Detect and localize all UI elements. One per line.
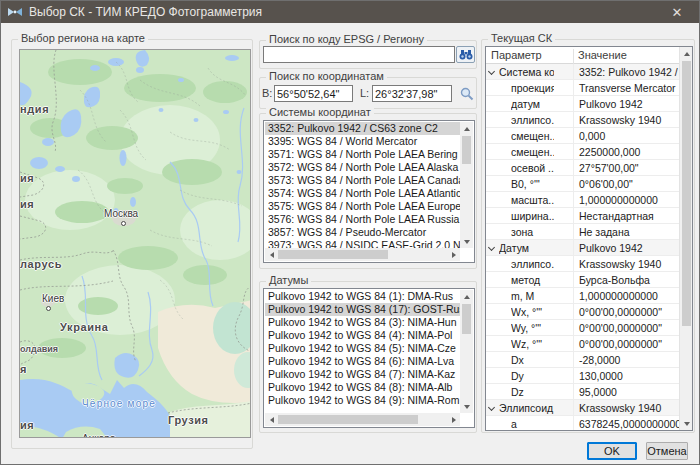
list-item[interactable]: Pulkovo 1942 to WGS 84 (3): NIMA-Hun xyxy=(265,316,460,329)
param-row[interactable]: Dz95,0000 xyxy=(486,384,679,400)
list-item[interactable]: 3573: WGS 84 / North Pole LAEA Canada xyxy=(265,174,460,187)
list-item[interactable]: 3352: Pulkovo 1942 / CS63 zone C2 xyxy=(265,122,460,135)
param-row[interactable]: датумPulkovo 1942 xyxy=(486,96,679,112)
list-item[interactable]: 3395: WGS 84 / World Mercator xyxy=(265,135,460,148)
param-row[interactable]: Wy, °'"0°00'00,0000000" xyxy=(486,320,679,336)
param-row[interactable]: ширина...Нестандартная xyxy=(486,208,679,224)
coord-search-button[interactable] xyxy=(457,85,476,102)
cs-hscroll-thumb[interactable] xyxy=(278,250,388,259)
cancel-button[interactable]: Отмена xyxy=(646,442,688,460)
close-icon[interactable]: ✕ xyxy=(655,1,699,23)
datum-vscrollbar[interactable] xyxy=(460,290,473,413)
chevron-down-icon[interactable] xyxy=(488,404,495,411)
scroll-right-icon[interactable] xyxy=(447,413,460,426)
param-value: 0°00'00,0000000" xyxy=(573,336,679,352)
title-bar[interactable]: Выбор СК - ТИМ КРЕДО Фотограмметрия ✕ xyxy=(1,1,699,23)
param-row[interactable]: Система ко...3352: Pulkovo 1942 / CS63 .… xyxy=(486,64,679,80)
chevron-down-icon[interactable] xyxy=(488,244,495,251)
list-item[interactable]: Pulkovo 1942 to WGS 84 (6): NIMA-Lva xyxy=(265,355,460,368)
param-row[interactable]: Wx, °'"0°00'00,0000000" xyxy=(486,304,679,320)
param-name: Dz xyxy=(511,384,554,400)
cs-vscrollbar[interactable] xyxy=(460,122,473,248)
scroll-down-icon[interactable] xyxy=(680,417,693,430)
param-row[interactable]: проекцияTransverse Mercator xyxy=(486,80,679,96)
param-row[interactable]: смещен...0,000 xyxy=(486,128,679,144)
scroll-left-icon[interactable] xyxy=(265,413,278,426)
param-value: Krassowsky 1940 xyxy=(573,256,679,272)
find-button[interactable] xyxy=(456,46,475,63)
param-row[interactable]: методБурса-Вольфа xyxy=(486,272,679,288)
list-item[interactable]: Pulkovo 1942 to WGS 84 (17): GOST-Rus xyxy=(265,303,460,316)
param-name: осевой ... xyxy=(511,160,554,176)
param-row[interactable]: Wz, °'"0°00'00,0000000" xyxy=(486,336,679,352)
param-name: масшта... xyxy=(511,192,554,208)
list-item[interactable]: 3575: WGS 84 / North Pole LAEA Europe xyxy=(265,200,460,213)
chevron-down-icon[interactable] xyxy=(488,68,495,75)
param-name: Dx xyxy=(511,352,554,368)
list-item[interactable]: 3857: WGS 84 / Pseudo-Mercator xyxy=(265,226,460,239)
window-title: Выбор СК - ТИМ КРЕДО Фотограмметрия xyxy=(29,5,262,19)
table-vscroll-thumb[interactable] xyxy=(682,61,691,326)
datum-listbox[interactable]: Pulkovo 1942 to WGS 84 (1): DMA-RusPulko… xyxy=(263,288,475,428)
list-item[interactable]: Pulkovo 1942 to WGS 84 (4): NIMA-Pol xyxy=(265,329,460,342)
param-row[interactable]: a6378245,000000000000 xyxy=(486,416,679,430)
param-name: датум xyxy=(511,96,554,112)
table-vscrollbar[interactable] xyxy=(679,47,692,430)
param-row[interactable]: ДатумPulkovo 1942 xyxy=(486,240,679,256)
list-item[interactable]: 3572: WGS 84 / North Pole LAEA Alaska xyxy=(265,161,460,174)
list-item[interactable]: 3574: WGS 84 / North Pole LAEA Atlantic xyxy=(265,187,460,200)
cs-listbox[interactable]: 3352: Pulkovo 1942 / CS63 zone C23395: W… xyxy=(263,120,475,263)
list-item[interactable]: 3571: WGS 84 / North Pole LAEA Bering Se… xyxy=(265,148,460,161)
param-row[interactable]: Dx-28,0000 xyxy=(486,352,679,368)
list-item[interactable]: Pulkovo 1942 to WGS 84 (5): NIMA-Cze xyxy=(265,342,460,355)
scroll-up-icon[interactable] xyxy=(460,122,473,135)
column-value: Значение xyxy=(573,49,679,64)
param-value: 1,000000000000 xyxy=(573,288,679,304)
latitude-input[interactable] xyxy=(274,85,353,102)
latitude-label: B: xyxy=(262,87,272,99)
scroll-left-icon[interactable] xyxy=(265,248,278,261)
app-icon xyxy=(7,6,23,18)
datum-vscroll-thumb[interactable] xyxy=(462,304,471,334)
cs-hscrollbar[interactable] xyxy=(265,248,460,261)
list-item[interactable]: Pulkovo 1942 to WGS 84 (8): NIMA-Alb xyxy=(265,381,460,394)
map-label: я xyxy=(20,363,27,375)
current-cs-rows: Система ко...3352: Pulkovo 1942 / CS63 .… xyxy=(486,64,679,430)
scroll-down-icon[interactable] xyxy=(460,400,473,413)
param-name: Wz, °'" xyxy=(511,336,554,352)
datum-hscrollbar[interactable] xyxy=(265,413,460,426)
map-region-picker[interactable]: ндияияияМоскваларусьКиевУкраинаолдавияяЧ… xyxy=(19,49,251,438)
param-name: смещен... xyxy=(511,144,554,160)
list-item[interactable]: Pulkovo 1942 to WGS 84 (9): NIMA-Rom xyxy=(265,394,460,407)
param-value: Transverse Mercator xyxy=(573,80,679,96)
param-row[interactable]: B0, °'"0°06'00,00" xyxy=(486,176,679,192)
longitude-input[interactable] xyxy=(372,85,452,102)
epsg-search-input[interactable] xyxy=(263,46,455,63)
param-row[interactable]: осевой ...27°57'00,00" xyxy=(486,160,679,176)
param-row[interactable]: ЭллипсоидKrassowsky 1940 xyxy=(486,400,679,416)
map-canvas[interactable]: ндияияияМоскваларусьКиевУкраинаолдавияяЧ… xyxy=(20,50,250,437)
current-cs-table[interactable]: Параметр Значение Система ко...3352: Pul… xyxy=(485,46,693,431)
scroll-up-icon[interactable] xyxy=(680,47,693,60)
param-row[interactable]: m, M1,000000000000 xyxy=(486,288,679,304)
scroll-up-icon[interactable] xyxy=(460,290,473,303)
dialog-select-cs: Выбор СК - ТИМ КРЕДО Фотограмметрия ✕ Вы… xyxy=(0,0,700,465)
list-item[interactable]: Pulkovo 1942 to WGS 84 (1): DMA-Rus xyxy=(265,290,460,303)
param-row[interactable]: смещен...2250000,000 xyxy=(486,144,679,160)
param-row[interactable]: масшта...1,000000000000 xyxy=(486,192,679,208)
param-value: Krassowsky 1940 xyxy=(573,112,679,128)
param-row[interactable]: зонаНе задана xyxy=(486,224,679,240)
datum-hscroll-thumb[interactable] xyxy=(278,415,418,424)
ok-button[interactable]: OK xyxy=(587,442,637,460)
list-item[interactable]: Pulkovo 1942 to WGS 84 (7): NIMA-Kaz xyxy=(265,368,460,381)
list-item[interactable]: 3576: WGS 84 / North Pole LAEA Russia xyxy=(265,213,460,226)
scroll-down-icon[interactable] xyxy=(460,235,473,248)
param-row[interactable]: эллипсо...Krassowsky 1940 xyxy=(486,112,679,128)
param-value: 130,0000 xyxy=(573,368,679,384)
scroll-right-icon[interactable] xyxy=(447,248,460,261)
list-item[interactable]: 3973: WGS 84 / NSIDC EASE-Grid 2.0 North xyxy=(265,239,460,248)
cs-vscroll-thumb[interactable] xyxy=(462,136,471,164)
param-row[interactable]: Dy130,0000 xyxy=(486,368,679,384)
param-value: 3352: Pulkovo 1942 / CS63 ... xyxy=(573,64,679,80)
param-row[interactable]: эллипсо...Krassowsky 1940 xyxy=(486,256,679,272)
